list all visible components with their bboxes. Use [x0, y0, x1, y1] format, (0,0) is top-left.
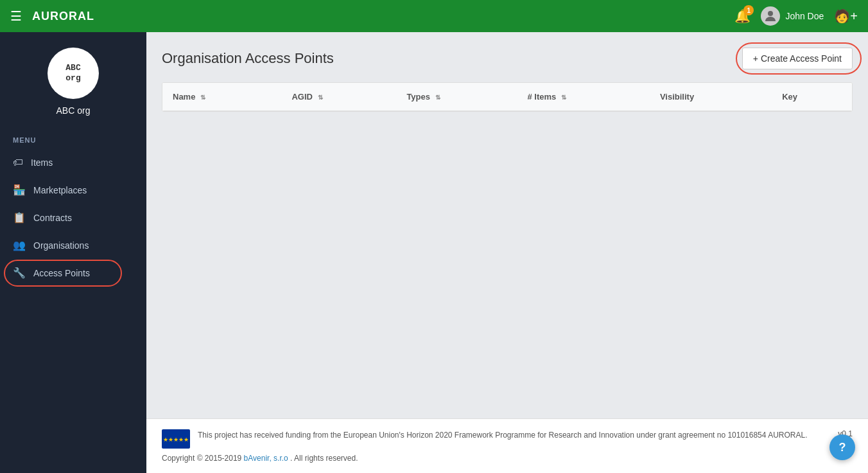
add-user-icon[interactable]: 🧑+ — [834, 8, 858, 24]
eu-flag: ★★★★★ — [162, 429, 190, 449]
organisations-icon: 👥 — [13, 239, 26, 251]
help-button[interactable]: ? — [829, 434, 855, 460]
types-sort-icon: ⇅ — [435, 94, 440, 101]
col-items[interactable]: # Items ⇅ — [517, 83, 649, 111]
sidebar-item-items[interactable]: 🏷 Items — [0, 149, 146, 176]
access-points-table: Name ⇅ AGID ⇅ Types ⇅ — [162, 83, 852, 111]
col-name[interactable]: Name ⇅ — [162, 83, 281, 111]
notification-bell[interactable]: 🔔 1 — [734, 8, 751, 24]
rights-text: . All rights reserved. — [290, 454, 358, 463]
hamburger-icon[interactable]: ☰ — [10, 8, 22, 24]
footer-top: ★★★★★ This project has received funding … — [162, 429, 853, 449]
app-brand: AURORAL — [32, 10, 94, 23]
company-link[interactable]: bAvenir, s.r.o — [244, 454, 288, 463]
main-layout: ABCorg ABC org MENU 🏷 Items 🏪 Marketplac… — [0, 32, 868, 473]
items-sort-icon: ⇅ — [561, 94, 566, 101]
col-types[interactable]: Types ⇅ — [396, 83, 517, 111]
footer-copyright: Copyright © 2015-2019 bAvenir, s.r.o . A… — [162, 454, 853, 463]
sidebar-item-items-label: Items — [31, 157, 53, 168]
copyright-text: Copyright © 2015-2019 — [162, 454, 241, 463]
sidebar-profile: ABCorg ABC org — [0, 32, 146, 126]
avatar-icon — [763, 8, 778, 24]
items-icon: 🏷 — [13, 157, 23, 168]
navbar: ☰ AURORAL 🔔 1 John Doe 🧑+ — [0, 0, 868, 32]
sidebar-item-contracts[interactable]: 📋 Contracts — [0, 204, 146, 231]
user-menu[interactable]: John Doe — [761, 6, 824, 26]
page-header: Organisation Access Points + Create Acce… — [162, 48, 853, 69]
username-label: John Doe — [785, 11, 824, 21]
org-name: ABC org — [56, 105, 91, 116]
name-sort-icon: ⇅ — [200, 94, 205, 101]
page-title: Organisation Access Points — [162, 50, 334, 67]
navbar-left: ☰ AURORAL — [10, 8, 94, 24]
eu-flag-svg: ★★★★★ — [163, 431, 189, 448]
sidebar: ABCorg ABC org MENU 🏷 Items 🏪 Marketplac… — [0, 32, 146, 473]
access-points-table-wrapper: Name ⇅ AGID ⇅ Types ⇅ — [162, 82, 853, 112]
funding-text: This project has received funding from t… — [198, 429, 830, 441]
org-logo: ABCorg — [48, 48, 99, 99]
notification-badge: 1 — [743, 5, 754, 15]
content-area: Organisation Access Points + Create Acce… — [146, 32, 868, 473]
sidebar-item-access-points-label: Access Points — [33, 268, 90, 278]
table-header: Name ⇅ AGID ⇅ Types ⇅ — [162, 83, 852, 111]
sidebar-item-access-points[interactable]: 🔧 Access Points — [0, 259, 146, 287]
navbar-right: 🔔 1 John Doe 🧑+ — [734, 6, 858, 26]
sidebar-item-organisations[interactable]: 👥 Organisations — [0, 231, 146, 259]
menu-label: MENU — [0, 126, 146, 149]
sidebar-item-marketplaces-label: Marketplaces — [33, 185, 87, 195]
sidebar-item-contracts-label: Contracts — [33, 213, 72, 223]
table-header-row: Name ⇅ AGID ⇅ Types ⇅ — [162, 83, 852, 111]
col-key: Key — [772, 83, 852, 111]
content-inner: Organisation Access Points + Create Acce… — [146, 32, 868, 418]
create-access-point-button[interactable]: + Create Access Point — [742, 48, 853, 69]
agid-sort-icon: ⇅ — [318, 94, 323, 101]
marketplaces-icon: 🏪 — [13, 184, 26, 196]
col-visibility: Visibility — [650, 83, 772, 111]
svg-point-0 — [768, 11, 773, 16]
footer: ★★★★★ This project has received funding … — [146, 418, 868, 473]
svg-text:★★★★★: ★★★★★ — [163, 436, 189, 443]
contracts-icon: 📋 — [13, 211, 26, 224]
col-agid[interactable]: AGID ⇅ — [281, 83, 396, 111]
create-btn-wrapper: + Create Access Point — [742, 48, 853, 69]
sidebar-item-marketplaces[interactable]: 🏪 Marketplaces — [0, 176, 146, 204]
access-points-icon: 🔧 — [13, 267, 26, 279]
sidebar-item-organisations-label: Organisations — [33, 240, 89, 251]
avatar — [761, 6, 780, 26]
